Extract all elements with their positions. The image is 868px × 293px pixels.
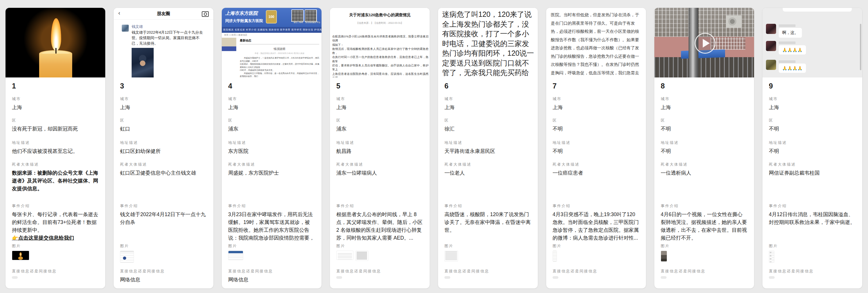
field-label-deceased: 死者大体描述 (769, 162, 855, 167)
field-city: 城市上海 (228, 96, 315, 111)
scrollbar[interactable] (860, 24, 861, 70)
attachment-thumbnail[interactable] (355, 251, 369, 261)
field-label-image: 图片 (12, 243, 98, 248)
hospital-subname: 同济大学附属东方医院 (225, 18, 263, 24)
field-label-city: 城市 (553, 96, 639, 101)
card-number: 8 (661, 82, 665, 90)
chat-username-blurred (779, 60, 796, 63)
field-district: 区不明 (553, 118, 639, 133)
camera-icon[interactable] (202, 11, 209, 17)
field-address: 地址描述不明 (553, 140, 639, 155)
card-body: 9城市上海区不明地址描述不明死者大体描述网信证券副总裁韦桂国事件介绍4月12日传… (763, 78, 862, 288)
document-meta: 【信息来源：】【信息时间：2022-03-31】 (330, 22, 430, 25)
field-direct: 直接信息还是间接信息 (444, 269, 531, 279)
event-text: 4月12日传出消息，韦桂国因脑溢血、封控期间联系救治未果，于家中病逝。 (769, 211, 855, 225)
memorial-card[interactable]: 8城市上海区不明地址描述不明死者大体描述一位透析病人事件介绍4月6日的一个视频，… (654, 7, 754, 289)
field-label-event: 事件介绍 (120, 203, 207, 209)
attachment-thumbnail[interactable] (444, 251, 458, 262)
field-city: 城市上海 (12, 96, 98, 111)
chat-bubble: 🙏🙏🙏🙏 (779, 45, 806, 55)
attachment-thumbnail[interactable] (228, 251, 243, 260)
field-address: 地址描述虹口区妇幼保健所 (120, 140, 207, 155)
field-deceased: 死者大体描述虹口区卫健委信息中心主任钱文雄 (120, 162, 207, 177)
memorial-card[interactable]: 关于对浦东120急救中心的调查情况【信息来源：】【信息时间：2022-03-31… (330, 7, 430, 289)
avatar (766, 24, 776, 34)
moments-header: ‹朋友圈 (114, 8, 213, 20)
hospital-name: 上海市东方医院 (225, 10, 258, 17)
field-label-direct: 直接信息还是间接信息 (661, 269, 747, 274)
field-deceased: 死者大体描述一位癌症患者 (553, 162, 639, 177)
card-body: 4城市上海区浦东地址描述东方医院死者大体描述周盛妮，东方医院护士事件介绍3月23… (222, 78, 321, 288)
field-direct: 直接信息还是间接信息 (661, 269, 747, 279)
qr-caption: 微信二维码 (294, 21, 303, 24)
field-value-event: 3月23日在家中哮喘发作，用药后无法缓解。19时，家属驾车送其就诊，被医院拒收。… (228, 211, 315, 242)
field-label-district: 区 (228, 118, 315, 123)
memorial-card[interactable]: 1城市上海区没有死于新冠，却因新冠而死地址描述他们不应该被漠视甚至忘记。死者大体… (5, 7, 105, 289)
field-value-direct: 网络信息 (120, 276, 207, 284)
field-label-image: 图片 (120, 243, 207, 248)
event-text: 根据患者女儿公布的时间线，早上 8 点，其父哮喘发作、晕倒。随后，小区 2 名做… (336, 211, 423, 241)
building-lower (654, 57, 754, 78)
document-title: 关于对浦东120急救中心的调查情况 (330, 12, 430, 18)
field-deceased: 死者大体描述一位老人 (444, 162, 531, 177)
field-value-city: 上海 (769, 104, 855, 111)
event-text: 4月6日的一个视频，一位女性在撕心裂肺地哭泣。据视频描述，她的亲人要做透析，出不… (661, 211, 747, 241)
field-label-address: 地址描述 (228, 140, 315, 145)
field-direct: 直接信息还是间接信息网络信息 (228, 269, 315, 284)
attachment-thumbnail[interactable] (120, 251, 134, 263)
field-deceased: 死者大体描述周盛妮，东方医院护士 (228, 162, 315, 177)
field-label-address: 地址描述 (444, 140, 531, 145)
event-text: 每张卡片、每行记录，代表着一条逝去的鲜活生命。目前有73+位死者！数据持续更新中… (12, 211, 98, 233)
field-label-direct: 直接信息还是间接信息 (12, 269, 98, 274)
field-value-district: 徐汇 (444, 125, 531, 133)
field-value-address: 天平路街道永康居民区 (444, 147, 531, 155)
field-label-event: 事件介绍 (553, 203, 639, 209)
attachment-thumbnails (120, 251, 207, 263)
back-chevron-icon[interactable]: ‹ (118, 9, 120, 16)
field-city: 城市上海 (336, 96, 423, 111)
field-event: 事件介绍每张卡片、每行记录，代表着一条逝去的鲜活生命。目前有73+位死者！数据持… (12, 203, 98, 242)
field-label-deceased: 死者大体描述 (336, 162, 423, 167)
field-address: 地址描述东方医院 (228, 140, 315, 155)
field-label-address: 地址描述 (769, 140, 855, 145)
play-icon[interactable] (694, 33, 715, 54)
document-line: 拦住，要求救护车医务人员出借车载除颤仪。由于该病人在自己家中，救护车上 (332, 63, 429, 72)
field-label-district: 区 (444, 118, 531, 123)
field-value-event: 4月3日突感不适，晚上19:30叫了120急救。当时面临全员核酸，三甲医院门急诊… (553, 211, 639, 242)
field-label-deceased: 死者大体描述 (553, 162, 639, 167)
field-label-event: 事件介绍 (12, 203, 98, 209)
attachment-thumbnail[interactable] (12, 251, 29, 260)
attachment-thumbnail[interactable] (553, 251, 557, 262)
moments-author: 钱文雄 (132, 24, 143, 29)
hospital-nav-bar[interactable]: 医院概况 名医名家 科室介绍 党建园地 医政管理 医学教育 医学研究 国际交流 … (222, 27, 321, 33)
field-label-district: 区 (336, 118, 423, 123)
memorial-card[interactable]: 只有其女儿眼见其病逝…🙏🙏🙏啊，这。🙏🙏🙏🙏🙏🙏🙏🙏9城市上海区不明地址描述不明… (762, 7, 863, 289)
field-image: 图片 (228, 243, 315, 260)
field-district: 区浦东 (336, 118, 423, 133)
memorial-card[interactable]: 上海市东方医院同济大学附属东方医院100微信二维码患者移动服务平台医院概况 名医… (221, 7, 322, 289)
candle-body (39, 54, 72, 78)
card-cover-image: 只有其女儿眼见其病逝…🙏🙏🙏啊，这。🙏🙏🙏🙏🙏🙏🙏🙏 (763, 8, 862, 78)
field-event: 事件介绍4月6日的一个视频，一位女性在撕心裂肺地哭泣。据视频描述，她的亲人要做透… (661, 203, 747, 242)
breadcrumb: 首页 >>首页>>最新动态 (222, 33, 321, 37)
chat-bubble: 🙏🙏🙏🙏 (779, 63, 806, 73)
event-text: 高烧昏迷，核酸阴，120来了说发热门诊关了。无奈在家中降温，在昏迷中离世。 (444, 211, 531, 233)
attachment-thumbnail[interactable] (661, 251, 667, 262)
field-label-city: 城市 (661, 96, 747, 101)
field-image: 图片 (120, 243, 207, 263)
attachment-thumbnails (336, 251, 423, 261)
field-label-image: 图片 (336, 243, 423, 248)
field-label-address: 地址描述 (120, 140, 207, 145)
memorial-card[interactable]: 医院。当时有些低烧，但是发热门诊在消杀，于是在门口的黑夜里等待了很久。可是由于有… (546, 7, 646, 289)
field-value-district: 浦东 (336, 125, 423, 133)
memorial-card[interactable]: ‹朋友圈钱文雄钱文雄于2022年4月12日下午一点十九分去世。疫情期间一切从简。… (113, 7, 214, 289)
field-direct: 直接信息还是间接信息 (12, 269, 98, 279)
field-label-district: 区 (12, 118, 98, 123)
attachment-thumbnail[interactable] (769, 251, 774, 263)
field-value-deceased: 虹口区卫健委信息中心主任钱文雄 (120, 169, 207, 177)
field-city: 城市上海 (769, 96, 855, 111)
memorial-card[interactable]: 迷病危了叫120，120来了说全上海发热门诊都关了，没有医院接收，打了一个多小时… (438, 7, 538, 289)
event-text: 4月3日突感不适，晚上19:30叫了120急救。当时面临全员核酸，三甲医院门急诊… (553, 211, 639, 241)
attachment-thumbnail[interactable] (336, 251, 353, 260)
submit-info-link[interactable]: 👉点击这里提交信息给我们 (12, 234, 98, 242)
